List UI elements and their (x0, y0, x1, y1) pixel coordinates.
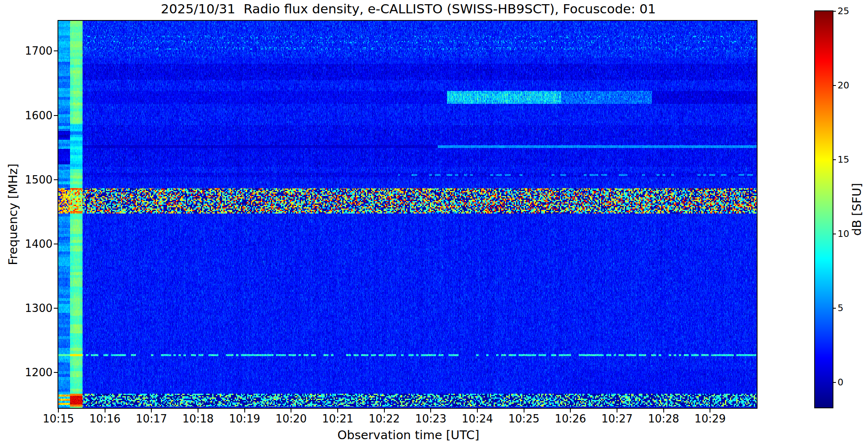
x-tick-label: 10:17 (133, 412, 170, 425)
y-tick-mark (54, 115, 58, 116)
colorbar-tick-mark (833, 85, 836, 86)
x-tick-label: 10:23 (412, 412, 449, 425)
x-tick-label: 10:24 (459, 412, 496, 425)
chart-title: 2025/10/31 Radio flux density, e-CALLIST… (58, 1, 758, 16)
x-tick-label: 10:22 (366, 412, 403, 425)
x-tick-label: 10:18 (179, 412, 217, 425)
y-tick-mark (54, 50, 58, 51)
x-axis-label: Observation time [UTC] (58, 428, 758, 442)
x-tick-label: 10:28 (645, 412, 682, 425)
x-tick-label: 10:29 (691, 412, 729, 425)
y-tick-mark (54, 372, 58, 373)
y-tick-label: 1700 (2, 44, 53, 58)
y-tick-mark (54, 179, 58, 180)
x-tick-label: 10:21 (319, 412, 356, 425)
x-tick-label: 10:16 (86, 412, 124, 425)
colorbar-tick-label: 15 (838, 154, 849, 165)
y-tick-label: 1200 (2, 366, 53, 379)
y-tick-label: 1600 (2, 109, 53, 122)
x-tick-label: 10:27 (598, 412, 636, 425)
x-tick-label: 10:20 (272, 412, 310, 425)
colorbar-tick-mark (833, 382, 836, 383)
colorbar-tick-mark (833, 234, 836, 234)
x-tick-label: 10:26 (552, 412, 589, 425)
y-tick-label: 1300 (2, 302, 53, 315)
colorbar-tick-label: 20 (838, 80, 849, 91)
y-tick-mark (54, 308, 58, 309)
x-tick-label: 10:19 (226, 412, 263, 425)
spectrogram-canvas (58, 21, 757, 408)
colorbar-tick-mark (833, 308, 836, 309)
spectrogram-figure: 2025/10/31 Radio flux density, e-CALLIST… (0, 0, 868, 445)
x-tick-label: 10:15 (40, 412, 77, 425)
colorbar-tick-label: 5 (838, 303, 843, 314)
x-tick-label: 10:25 (505, 412, 543, 425)
colorbar-label: dB [SFU] (850, 183, 864, 236)
plot-area (58, 20, 758, 409)
colorbar-tick-label: 0 (838, 377, 843, 388)
colorbar-tick-label: 10 (838, 229, 849, 239)
colorbar-tick-mark (833, 11, 836, 12)
y-axis-label: Frequency [MHz] (6, 163, 20, 265)
colorbar (814, 10, 833, 408)
colorbar-canvas (815, 11, 833, 407)
y-tick-mark (54, 244, 58, 244)
colorbar-tick-label: 25 (838, 6, 849, 17)
colorbar-tick-mark (833, 159, 836, 160)
